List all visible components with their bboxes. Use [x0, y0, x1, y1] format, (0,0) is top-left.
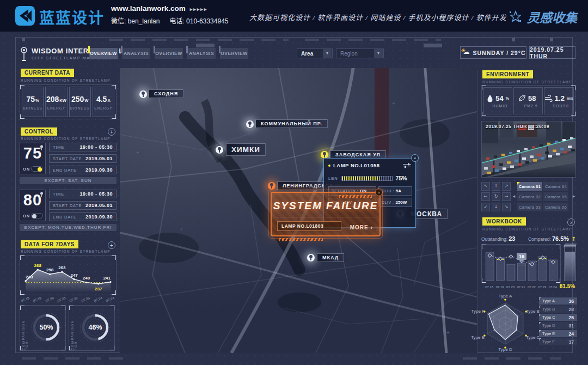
brightness-bar[interactable]: [341, 176, 393, 181]
time-row[interactable]: TIME19:00 - 05:30: [49, 143, 117, 151]
map-label[interactable]: ХИМКИ: [226, 143, 266, 156]
chevron-down-icon: ▾: [323, 49, 332, 58]
streetlamp-icon: [20, 47, 28, 62]
camera-list-next-button[interactable]: ▸: [571, 191, 577, 201]
end-date-row[interactable]: END DATE2019.09.30: [49, 212, 117, 221]
map-label[interactable]: МКАД: [317, 253, 344, 262]
pan-up-left-button[interactable]: ↖: [481, 182, 490, 191]
deco-strip: [305, 39, 441, 41]
camera-dpad: ↖ ↑ ↗ ← ↻ → ↙ ↓ ↘: [481, 182, 511, 211]
legend-row-type-c[interactable]: Type C25: [539, 314, 577, 321]
map-pin-skhodnya[interactable]: [139, 90, 147, 98]
website-link[interactable]: www.lanlanwork.com: [111, 4, 186, 13]
map-plus-mark: +: [180, 226, 183, 232]
pan-down-right-button[interactable]: ↘: [502, 203, 511, 211]
current-cell: DLIU :5A: [378, 186, 412, 196]
sliders-icon[interactable]: [403, 163, 411, 168]
map-label[interactable]: КОММУНАЛЬНЫЙ ПР.: [255, 119, 328, 128]
tab-overview-2[interactable]: OVERVIEW: [155, 48, 183, 59]
end-date-row[interactable]: END DATE2019.09.30: [49, 166, 117, 174]
star-icon: [509, 10, 523, 24]
close-icon[interactable]: ×: [411, 154, 419, 162]
schedule-level-box: 80 ON: [20, 190, 46, 221]
current-data-stats: 75% BRINESS 208KW ENERGY 250W BRINESS 4.…: [20, 84, 117, 119]
site-header: 蓝蓝设计 www.lanlanwork.com▸▸▸▸▸ 微信: ben_lan…: [0, 0, 588, 32]
current-data-title: CURRENT DATA: [21, 69, 74, 77]
deco-strip: [463, 357, 561, 360]
droplet-icon: [487, 94, 493, 102]
schedule-toggle[interactable]: [31, 166, 43, 172]
workbook-chart: 16: [481, 244, 561, 283]
on-label: ON: [23, 214, 30, 218]
control-add-button[interactable]: +: [108, 128, 115, 136]
tab-overview-3[interactable]: OVERVIEW: [220, 48, 248, 59]
area-select[interactable]: Area ▾: [297, 48, 333, 58]
deco-strip: [22, 357, 131, 360]
camera-list-prev-button[interactable]: ◂: [511, 191, 517, 201]
stat-briness-watt: 250W BRINESS: [69, 87, 91, 117]
environment-stats: 54% HUMID 58 PM2.5 1.2m/s SOUTH: [481, 85, 576, 117]
svg-text:237: 237: [95, 287, 102, 291]
leaf-icon: [518, 94, 526, 102]
workbook-expand-button[interactable]: ›: [567, 218, 575, 226]
collect-button[interactable]: 灵感收集: [509, 8, 577, 26]
gauge-label: COMPARISON FOR: [71, 310, 77, 350]
tab-analysis-1[interactable]: ANALYSIS: [122, 48, 150, 59]
workbook-gauge: [564, 245, 576, 281]
gauge-value: 46%: [79, 311, 112, 344]
pan-down-button[interactable]: ↓: [492, 203, 500, 211]
legend-row-type-f[interactable]: Type F37: [539, 338, 577, 345]
pan-left-button[interactable]: ←: [481, 192, 490, 201]
close-icon[interactable]: ×: [375, 188, 383, 196]
camera-button[interactable]: Camera 04: [543, 182, 568, 191]
map-pin-leningradskoe[interactable]: [268, 182, 275, 190]
schedule-toggle[interactable]: [31, 213, 43, 218]
seven-days-add-button[interactable]: +: [108, 241, 115, 249]
camera-video-feed[interactable]: [481, 121, 576, 178]
tab-overview-1[interactable]: OVERVIEW: [89, 48, 118, 59]
pan-down-left-button[interactable]: ↙: [481, 203, 490, 211]
camera-button[interactable]: Camera 01: [517, 182, 542, 191]
map-label[interactable]: СХОДНЯ: [149, 89, 183, 98]
gauge-value: 50%: [30, 311, 63, 344]
camera-scene: [482, 121, 576, 178]
map-pin-zavodskaya[interactable]: [321, 151, 328, 159]
camera-button[interactable]: Camera 03: [517, 203, 542, 211]
pan-up-right-button[interactable]: ↗: [502, 182, 511, 191]
tab-analysis-2[interactable]: ANALYSIS: [187, 48, 216, 59]
pan-up-button[interactable]: ↑: [492, 182, 500, 191]
region-select[interactable]: Region ▾: [336, 48, 384, 58]
lbn-label: LBN: [328, 176, 338, 181]
humidity-stat: 54% HUMID: [483, 87, 512, 114]
map-pin-kommunalny[interactable]: [246, 120, 254, 128]
date-display: 2019.07.25 THUR: [529, 46, 575, 59]
pan-right-button[interactable]: →: [502, 192, 511, 201]
camera-button[interactable]: Camera 06: [543, 203, 568, 211]
control-title: CONTROL: [21, 127, 57, 136]
camera-button[interactable]: Camera 02: [517, 192, 542, 201]
camera-button[interactable]: Camera 05: [543, 192, 568, 201]
svg-text:243: 243: [26, 275, 33, 279]
map-pin-mkad[interactable]: [307, 254, 315, 261]
legend-row-type-e[interactable]: Type E24: [539, 330, 577, 337]
svg-text:241: 241: [103, 276, 111, 281]
seven-days-subtitle: RUNNING CONDITION OF STREETLAMP: [21, 250, 111, 253]
legend-row-type-d[interactable]: Type D31: [539, 322, 577, 329]
environment-subtitle: RUNNING CONDITION OF STREETLAMP: [482, 80, 572, 84]
type-legend: Type A36 Type B28 Type C25 Type D31 Type…: [539, 297, 577, 345]
svg-text:Type F: Type F: [471, 309, 485, 314]
comparison-gauge-2: COMPARISON FOR 46%: [69, 305, 115, 351]
svg-text:Type D: Type D: [498, 347, 512, 352]
start-date-row[interactable]: START DATE2019.05.01: [49, 201, 117, 210]
start-date-row[interactable]: START DATE2019.05.01: [49, 154, 117, 163]
map-pin-khimki[interactable]: [216, 146, 223, 154]
more-button[interactable]: MORE›: [350, 224, 373, 230]
phone-label: 电话: 010-63334945: [169, 17, 228, 25]
time-row[interactable]: TIME19:00 - 05:30: [49, 190, 117, 198]
stat-briness-percent: 75% BRINESS: [22, 87, 44, 117]
reset-view-button[interactable]: ↻: [492, 192, 500, 201]
svg-text:Type C: Type C: [526, 335, 540, 340]
legend-row-type-a[interactable]: Type A36: [539, 297, 577, 305]
legend-row-type-b[interactable]: Type B28: [539, 306, 577, 313]
svg-text:16: 16: [519, 254, 524, 259]
